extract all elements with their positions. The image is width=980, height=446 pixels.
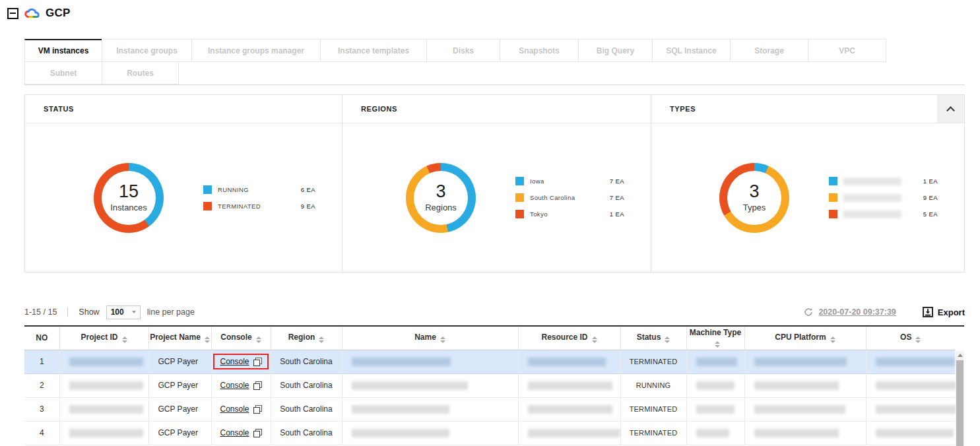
table-row[interactable]: 3 GCP Payer Console South Carolina TERMI… bbox=[24, 397, 955, 421]
tab-instance-groups-manager[interactable]: Instance groups manager bbox=[191, 39, 321, 62]
console-link[interactable]: Console bbox=[220, 428, 261, 437]
types-legend: 1 EA 9 EA 5 EA bbox=[829, 177, 964, 218]
tab-row-1: VM instances Instance groups Instance gr… bbox=[24, 39, 965, 62]
cell-status: TERMINATED bbox=[620, 421, 686, 445]
cell-console: Console bbox=[211, 397, 271, 421]
type1-label-redacted bbox=[843, 177, 923, 185]
dashboard-panels: STATUS 15 Instances RUNNING 6 EA TERMINA… bbox=[24, 94, 965, 272]
tab-vpc[interactable]: VPC bbox=[808, 39, 886, 62]
cell-region: South Carolina bbox=[271, 397, 342, 421]
page-size-select[interactable]: 100 bbox=[106, 305, 141, 319]
export-button[interactable]: Export bbox=[923, 307, 965, 317]
scrollbar-thumb[interactable] bbox=[956, 360, 964, 446]
table-row[interactable]: 2 GCP Payer Console South Carolina RUNNI… bbox=[24, 373, 955, 397]
scrollbar-up-arrow-icon[interactable] bbox=[958, 354, 963, 357]
console-highlight-box: Console bbox=[213, 354, 268, 369]
panel-types-header: TYPES bbox=[651, 95, 964, 123]
cell-name-redacted bbox=[342, 373, 518, 397]
col-project-name[interactable]: Project Name bbox=[148, 327, 211, 350]
col-name[interactable]: Name bbox=[342, 327, 518, 350]
tab-subnet[interactable]: Subnet bbox=[24, 61, 102, 84]
sort-icon[interactable] bbox=[915, 336, 921, 343]
col-project-id[interactable]: Project ID bbox=[59, 327, 148, 350]
refresh-button[interactable] bbox=[804, 307, 813, 317]
download-icon bbox=[923, 307, 933, 317]
iowa-swatch bbox=[515, 177, 524, 185]
running-label: RUNNING bbox=[218, 186, 301, 193]
sort-icon[interactable] bbox=[715, 341, 720, 348]
table-row[interactable]: 4 GCP Payer Console South Carolina TERMI… bbox=[24, 421, 955, 445]
sort-icon[interactable] bbox=[319, 336, 324, 343]
cell-resource-id-redacted bbox=[518, 421, 620, 445]
collapse-section-icon[interactable] bbox=[7, 8, 18, 19]
tab-instance-groups[interactable]: Instance groups bbox=[102, 39, 192, 62]
types-donut-chart: 3 Types bbox=[719, 163, 789, 233]
types-total-value: 3 bbox=[749, 183, 759, 201]
console-link[interactable]: Console bbox=[220, 357, 261, 366]
tab-instance-templates[interactable]: Instance templates bbox=[320, 39, 427, 62]
cell-resource-id-redacted bbox=[518, 397, 620, 421]
tabs-divider bbox=[24, 84, 965, 85]
col-os[interactable]: OS bbox=[866, 327, 955, 350]
cell-name-redacted bbox=[342, 350, 518, 373]
gcp-cloud-logo-icon bbox=[24, 8, 40, 19]
legend-item-iowa: Iowa 7 EA bbox=[515, 177, 624, 185]
collapse-panels-button[interactable] bbox=[937, 95, 964, 123]
cell-machine-type-redacted bbox=[686, 421, 744, 445]
cell-project-name: GCP Payer bbox=[148, 397, 211, 421]
cell-no: 1 bbox=[24, 350, 59, 373]
panel-types-body: 3 Types 1 EA 9 EA 5 EA bbox=[651, 123, 964, 272]
cell-os-redacted bbox=[866, 373, 955, 397]
sort-icon[interactable] bbox=[665, 336, 670, 343]
tab-snapshots[interactable]: Snapshots bbox=[500, 39, 579, 62]
sort-icon[interactable] bbox=[205, 336, 210, 343]
iowa-label: Iowa bbox=[530, 177, 610, 185]
table-row[interactable]: 1 GCP Payer Console South Carolina TERMI… bbox=[24, 350, 955, 373]
tab-big-query[interactable]: Big Query bbox=[578, 39, 653, 62]
app-header: GCP bbox=[7, 7, 70, 20]
col-status[interactable]: Status bbox=[620, 327, 686, 350]
refresh-timestamp-link[interactable]: 2020-07-20 09:37:39 bbox=[818, 307, 896, 317]
status-legend: RUNNING 6 EA TERMINATED 9 EA bbox=[203, 185, 342, 210]
tab-sql-instance[interactable]: SQL Instance bbox=[652, 39, 731, 62]
col-console[interactable]: Console bbox=[211, 327, 271, 350]
col-machine-type[interactable]: Machine Type bbox=[686, 327, 744, 350]
sort-icon[interactable] bbox=[256, 336, 261, 343]
panel-types-title: TYPES bbox=[670, 105, 696, 113]
sort-icon[interactable] bbox=[440, 336, 445, 343]
open-in-new-icon bbox=[253, 429, 262, 437]
tab-row-2: Subnet Routes bbox=[24, 62, 965, 84]
tab-vm-instances[interactable]: VM instances bbox=[24, 39, 102, 62]
cell-cpu-platform-redacted bbox=[744, 350, 866, 373]
console-link[interactable]: Console bbox=[220, 404, 261, 414]
south-carolina-label: South Carolina bbox=[530, 194, 610, 201]
legend-item-tokyo: Tokyo 1 EA bbox=[515, 210, 624, 218]
south-carolina-swatch bbox=[515, 193, 524, 202]
export-label: Export bbox=[938, 307, 965, 317]
tab-routes[interactable]: Routes bbox=[102, 61, 179, 84]
panel-status: STATUS 15 Instances RUNNING 6 EA TERMINA… bbox=[25, 95, 343, 272]
console-link[interactable]: Console bbox=[220, 381, 261, 390]
panel-regions-body: 3 Regions Iowa 7 EA South Carolina 7 EA bbox=[343, 123, 651, 272]
chevron-up-icon bbox=[946, 106, 955, 115]
legend-item-type-1: 1 EA bbox=[829, 177, 938, 185]
tab-disks[interactable]: Disks bbox=[426, 39, 500, 62]
terminated-label: TERMINATED bbox=[218, 203, 301, 210]
cell-machine-type-redacted bbox=[686, 397, 744, 421]
col-resource-id[interactable]: Resource ID bbox=[518, 327, 620, 350]
cell-region: South Carolina bbox=[271, 373, 342, 397]
open-in-new-icon bbox=[253, 358, 262, 366]
sort-icon[interactable] bbox=[122, 336, 127, 343]
col-cpu-platform[interactable]: CPU Platform bbox=[744, 327, 866, 350]
types-donut-center: 3 Types bbox=[719, 163, 789, 233]
table-scrollbar[interactable] bbox=[956, 351, 964, 446]
controls-divider bbox=[67, 307, 68, 317]
sort-icon[interactable] bbox=[830, 336, 835, 343]
regions-total-label: Regions bbox=[425, 203, 457, 212]
tab-storage[interactable]: Storage bbox=[730, 39, 808, 62]
sort-icon[interactable] bbox=[592, 336, 597, 343]
col-region[interactable]: Region bbox=[271, 327, 342, 350]
regions-donut-chart: 3 Regions bbox=[406, 163, 476, 233]
pagination-range: 1-15 / 15 bbox=[24, 307, 57, 317]
type3-label-redacted bbox=[843, 210, 923, 218]
